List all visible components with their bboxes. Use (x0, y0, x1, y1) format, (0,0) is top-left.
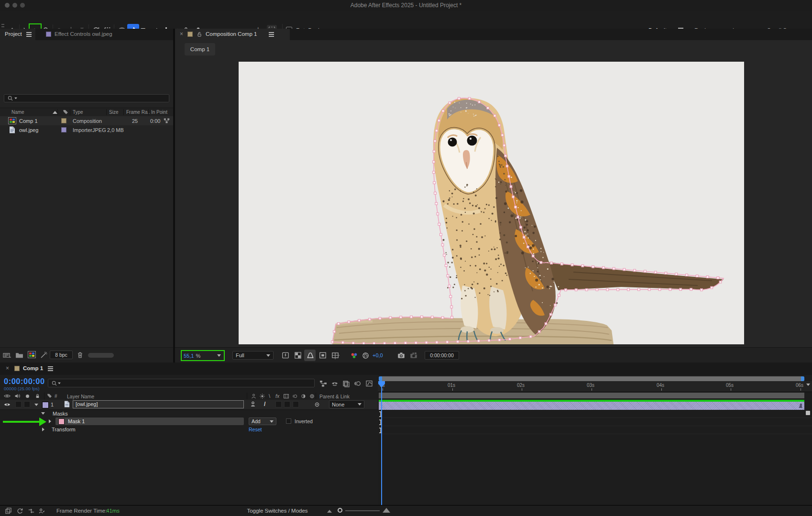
snapshot-camera-icon[interactable] (397, 351, 406, 360)
switch-shy-icon[interactable] (251, 393, 257, 399)
exposure-offset-value[interactable]: +0,0 (373, 352, 383, 358)
switch-3d-icon[interactable] (309, 393, 315, 399)
timeline-tab-close[interactable]: × (6, 365, 9, 372)
video-column-icon[interactable] (4, 393, 11, 399)
shy-layers-icon[interactable] (331, 380, 339, 387)
lock-column-icon[interactable] (34, 393, 41, 399)
composition-canvas[interactable] (239, 62, 744, 344)
work-area-bar[interactable] (379, 376, 804, 381)
transform-expand-chevron-icon[interactable] (42, 428, 44, 431)
ruler-options-chevron-icon[interactable] (806, 384, 810, 386)
magnification-control[interactable]: 55,1 % (184, 352, 222, 359)
layer-switch-cell[interactable] (284, 401, 290, 407)
masks-expand-chevron-icon[interactable] (41, 412, 45, 415)
layer-audio-cell[interactable] (15, 401, 22, 407)
lock-open-icon[interactable] (196, 31, 203, 38)
layer-quality-switch[interactable]: / (264, 401, 265, 407)
exposure-toggle-icon[interactable] (281, 351, 290, 360)
frame-blending-icon[interactable] (342, 380, 350, 387)
transparency-grid-icon[interactable] (294, 351, 302, 360)
label-color-swatch[interactable] (61, 118, 66, 123)
mask-visibility-icon[interactable] (306, 351, 315, 360)
project-row-comp1[interactable]: Comp 1 Composition 25 0:00 (0, 116, 173, 125)
current-timecode[interactable]: 0:00:00:00 (4, 377, 45, 386)
masks-group-row[interactable]: Masks (0, 409, 378, 417)
timeline-zoom-track[interactable] (345, 510, 380, 511)
timeline-search-input[interactable] (48, 379, 315, 387)
comp-panel-menu-icon[interactable] (269, 34, 274, 35)
col-frame-rate[interactable]: Frame Ra.. (126, 110, 150, 115)
toggle-switches-modes-button[interactable]: Toggle Switches / Modes (220, 508, 335, 514)
layer-duration-bar[interactable] (379, 402, 804, 410)
bit-depth-button[interactable]: 8 bpc (50, 351, 73, 359)
work-area-end-handle[interactable] (801, 376, 804, 381)
timeline-zoom-in-icon[interactable] (383, 508, 390, 513)
layer-name-column-label[interactable]: Layer Name (67, 394, 94, 399)
mask-mode-dropdown[interactable]: Add (249, 417, 276, 425)
search-options-chevron-icon[interactable] (14, 98, 17, 99)
new-composition-icon[interactable] (28, 351, 36, 358)
timeline-tab-label[interactable]: Comp 1 (23, 365, 43, 371)
performance-icon[interactable] (38, 507, 45, 515)
parent-pickwhip-icon[interactable] (314, 401, 320, 408)
col-type[interactable]: Type (73, 110, 83, 115)
work-area-start-handle[interactable] (379, 376, 382, 381)
playhead-line[interactable] (381, 381, 382, 505)
switch-motion-blur-icon[interactable] (292, 393, 298, 399)
timeline-zoom-knob[interactable] (338, 508, 342, 513)
project-settings-icon[interactable] (40, 351, 48, 359)
layer-visibility-eye-icon[interactable] (4, 402, 11, 407)
label-color-swatch[interactable] (61, 127, 66, 132)
switch-effects-icon[interactable]: fx (275, 393, 279, 399)
exposure-shutter-icon[interactable] (362, 351, 370, 360)
switch-adjustment-icon[interactable] (300, 393, 307, 399)
project-search-input[interactable] (4, 94, 169, 102)
project-row-owl[interactable]: owl.jpeg ImporterJPEG 2,0 MB (0, 125, 173, 134)
new-folder-icon[interactable] (15, 351, 23, 359)
track-scroll-handle[interactable] (806, 411, 810, 415)
mask1-row[interactable]: Mask 1 Add Inverted (0, 417, 378, 426)
col-in-point[interactable]: In Point (151, 110, 167, 115)
layer-solo-cell[interactable] (24, 401, 30, 407)
layer-name-field[interactable]: [owl.jpeg] (73, 400, 244, 408)
col-name[interactable]: Name (11, 110, 24, 115)
in-out-arrows-icon[interactable] (28, 507, 35, 515)
mask1-color-swatch[interactable] (58, 418, 65, 425)
region-of-interest-icon[interactable] (318, 351, 327, 360)
timeline-panel-menu-icon[interactable] (48, 368, 53, 369)
layer-switch-cell[interactable] (275, 401, 282, 407)
parent-dropdown[interactable]: None (329, 400, 364, 408)
layer-row-owl[interactable]: 1 [owl.jpeg] / None (0, 400, 378, 410)
solo-column-icon[interactable] (26, 395, 29, 398)
label-column-icon[interactable] (46, 393, 53, 399)
channel-rgb-icon[interactable] (350, 351, 358, 360)
audio-column-icon[interactable] (14, 393, 21, 399)
tab-effect-controls[interactable]: Effect Controls owl.jpeg (55, 31, 112, 37)
refresh-icon[interactable] (16, 507, 23, 515)
label-color-column-icon[interactable] (62, 109, 69, 115)
render-queue-icon[interactable] (5, 507, 12, 515)
transform-reset-link[interactable]: Reset (249, 427, 262, 432)
project-panel-menu-icon[interactable] (26, 34, 32, 35)
sort-ascending-icon[interactable] (53, 111, 57, 114)
preview-timecode-box[interactable]: 0:00:00:00 (425, 351, 459, 360)
checkerboard-bg-icon[interactable] (331, 351, 340, 360)
index-column-label[interactable]: # (55, 394, 57, 399)
col-size[interactable]: Size (109, 110, 118, 115)
mask1-expand-chevron-icon[interactable] (49, 419, 51, 423)
transform-row[interactable]: Transform Reset (0, 426, 378, 434)
switch-frame-blend-icon[interactable] (283, 393, 289, 399)
show-snapshot-icon[interactable] (409, 351, 418, 360)
comp-tab-close[interactable]: × (180, 31, 183, 37)
layer-shy-switch-icon[interactable] (250, 401, 256, 407)
time-ruler[interactable]: 0s 01s 02s 03s 04s 05s 06s (378, 381, 812, 392)
layer-expand-chevron-icon[interactable] (34, 404, 38, 406)
comp-viewer-tab[interactable]: Comp 1 (185, 43, 215, 55)
interpret-footage-icon[interactable] (3, 351, 11, 359)
switch-collapse-icon[interactable] (259, 393, 265, 399)
parent-link-column-label[interactable]: Parent & Link (319, 394, 350, 399)
composition-mini-flowchart-icon[interactable] (319, 380, 327, 387)
graph-editor-icon[interactable] (365, 380, 373, 387)
timeline-zoom-out-icon[interactable] (327, 510, 332, 513)
motion-blur-icon[interactable] (354, 380, 362, 387)
